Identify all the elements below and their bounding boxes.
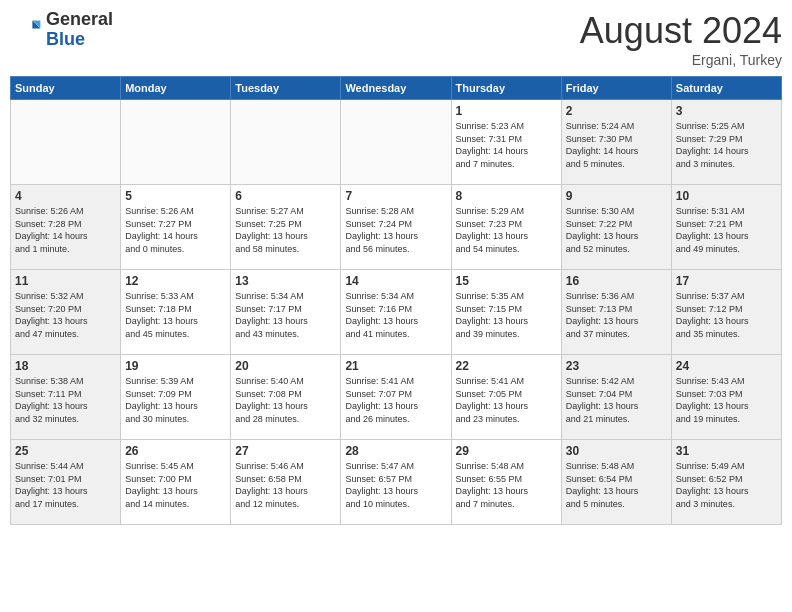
day-info: Sunrise: 5:30 AM Sunset: 7:22 PM Dayligh… — [566, 205, 667, 255]
day-number: 22 — [456, 359, 557, 373]
empty-cell — [341, 100, 451, 185]
day-cell-19: 19Sunrise: 5:39 AM Sunset: 7:09 PM Dayli… — [121, 355, 231, 440]
day-info: Sunrise: 5:39 AM Sunset: 7:09 PM Dayligh… — [125, 375, 226, 425]
day-number: 19 — [125, 359, 226, 373]
day-number: 13 — [235, 274, 336, 288]
day-cell-23: 23Sunrise: 5:42 AM Sunset: 7:04 PM Dayli… — [561, 355, 671, 440]
weekday-header-row: SundayMondayTuesdayWednesdayThursdayFrid… — [11, 77, 782, 100]
empty-cell — [121, 100, 231, 185]
day-info: Sunrise: 5:42 AM Sunset: 7:04 PM Dayligh… — [566, 375, 667, 425]
day-info: Sunrise: 5:25 AM Sunset: 7:29 PM Dayligh… — [676, 120, 777, 170]
day-number: 24 — [676, 359, 777, 373]
day-number: 8 — [456, 189, 557, 203]
day-info: Sunrise: 5:41 AM Sunset: 7:05 PM Dayligh… — [456, 375, 557, 425]
day-cell-30: 30Sunrise: 5:48 AM Sunset: 6:54 PM Dayli… — [561, 440, 671, 525]
day-cell-31: 31Sunrise: 5:49 AM Sunset: 6:52 PM Dayli… — [671, 440, 781, 525]
location: Ergani, Turkey — [580, 52, 782, 68]
day-info: Sunrise: 5:44 AM Sunset: 7:01 PM Dayligh… — [15, 460, 116, 510]
day-number: 18 — [15, 359, 116, 373]
week-row-5: 25Sunrise: 5:44 AM Sunset: 7:01 PM Dayli… — [11, 440, 782, 525]
week-row-3: 11Sunrise: 5:32 AM Sunset: 7:20 PM Dayli… — [11, 270, 782, 355]
day-number: 28 — [345, 444, 446, 458]
logo-text: General Blue — [46, 10, 113, 50]
day-number: 2 — [566, 104, 667, 118]
day-number: 7 — [345, 189, 446, 203]
day-number: 26 — [125, 444, 226, 458]
day-info: Sunrise: 5:26 AM Sunset: 7:27 PM Dayligh… — [125, 205, 226, 255]
day-cell-14: 14Sunrise: 5:34 AM Sunset: 7:16 PM Dayli… — [341, 270, 451, 355]
weekday-header-tuesday: Tuesday — [231, 77, 341, 100]
day-number: 31 — [676, 444, 777, 458]
day-number: 4 — [15, 189, 116, 203]
calendar-table: SundayMondayTuesdayWednesdayThursdayFrid… — [10, 76, 782, 525]
logo: General Blue — [10, 10, 113, 50]
day-cell-10: 10Sunrise: 5:31 AM Sunset: 7:21 PM Dayli… — [671, 185, 781, 270]
day-cell-8: 8Sunrise: 5:29 AM Sunset: 7:23 PM Daylig… — [451, 185, 561, 270]
day-cell-17: 17Sunrise: 5:37 AM Sunset: 7:12 PM Dayli… — [671, 270, 781, 355]
month-year: August 2024 — [580, 10, 782, 52]
day-cell-29: 29Sunrise: 5:48 AM Sunset: 6:55 PM Dayli… — [451, 440, 561, 525]
day-info: Sunrise: 5:34 AM Sunset: 7:17 PM Dayligh… — [235, 290, 336, 340]
day-info: Sunrise: 5:26 AM Sunset: 7:28 PM Dayligh… — [15, 205, 116, 255]
day-number: 1 — [456, 104, 557, 118]
day-cell-18: 18Sunrise: 5:38 AM Sunset: 7:11 PM Dayli… — [11, 355, 121, 440]
day-cell-26: 26Sunrise: 5:45 AM Sunset: 7:00 PM Dayli… — [121, 440, 231, 525]
day-cell-12: 12Sunrise: 5:33 AM Sunset: 7:18 PM Dayli… — [121, 270, 231, 355]
day-number: 12 — [125, 274, 226, 288]
day-info: Sunrise: 5:40 AM Sunset: 7:08 PM Dayligh… — [235, 375, 336, 425]
weekday-header-thursday: Thursday — [451, 77, 561, 100]
day-number: 16 — [566, 274, 667, 288]
week-row-2: 4Sunrise: 5:26 AM Sunset: 7:28 PM Daylig… — [11, 185, 782, 270]
day-info: Sunrise: 5:46 AM Sunset: 6:58 PM Dayligh… — [235, 460, 336, 510]
day-cell-9: 9Sunrise: 5:30 AM Sunset: 7:22 PM Daylig… — [561, 185, 671, 270]
day-cell-7: 7Sunrise: 5:28 AM Sunset: 7:24 PM Daylig… — [341, 185, 451, 270]
weekday-header-monday: Monday — [121, 77, 231, 100]
day-cell-27: 27Sunrise: 5:46 AM Sunset: 6:58 PM Dayli… — [231, 440, 341, 525]
week-row-4: 18Sunrise: 5:38 AM Sunset: 7:11 PM Dayli… — [11, 355, 782, 440]
day-cell-15: 15Sunrise: 5:35 AM Sunset: 7:15 PM Dayli… — [451, 270, 561, 355]
day-cell-6: 6Sunrise: 5:27 AM Sunset: 7:25 PM Daylig… — [231, 185, 341, 270]
day-info: Sunrise: 5:48 AM Sunset: 6:54 PM Dayligh… — [566, 460, 667, 510]
day-cell-4: 4Sunrise: 5:26 AM Sunset: 7:28 PM Daylig… — [11, 185, 121, 270]
day-cell-24: 24Sunrise: 5:43 AM Sunset: 7:03 PM Dayli… — [671, 355, 781, 440]
day-info: Sunrise: 5:37 AM Sunset: 7:12 PM Dayligh… — [676, 290, 777, 340]
day-info: Sunrise: 5:34 AM Sunset: 7:16 PM Dayligh… — [345, 290, 446, 340]
day-info: Sunrise: 5:36 AM Sunset: 7:13 PM Dayligh… — [566, 290, 667, 340]
title-block: August 2024 Ergani, Turkey — [580, 10, 782, 68]
day-cell-3: 3Sunrise: 5:25 AM Sunset: 7:29 PM Daylig… — [671, 100, 781, 185]
day-number: 29 — [456, 444, 557, 458]
weekday-header-wednesday: Wednesday — [341, 77, 451, 100]
page-header: General Blue August 2024 Ergani, Turkey — [10, 10, 782, 68]
day-number: 9 — [566, 189, 667, 203]
day-info: Sunrise: 5:33 AM Sunset: 7:18 PM Dayligh… — [125, 290, 226, 340]
day-info: Sunrise: 5:28 AM Sunset: 7:24 PM Dayligh… — [345, 205, 446, 255]
day-number: 3 — [676, 104, 777, 118]
weekday-header-friday: Friday — [561, 77, 671, 100]
day-info: Sunrise: 5:47 AM Sunset: 6:57 PM Dayligh… — [345, 460, 446, 510]
day-cell-13: 13Sunrise: 5:34 AM Sunset: 7:17 PM Dayli… — [231, 270, 341, 355]
day-info: Sunrise: 5:35 AM Sunset: 7:15 PM Dayligh… — [456, 290, 557, 340]
day-cell-28: 28Sunrise: 5:47 AM Sunset: 6:57 PM Dayli… — [341, 440, 451, 525]
day-number: 5 — [125, 189, 226, 203]
day-number: 15 — [456, 274, 557, 288]
day-number: 20 — [235, 359, 336, 373]
day-cell-22: 22Sunrise: 5:41 AM Sunset: 7:05 PM Dayli… — [451, 355, 561, 440]
day-info: Sunrise: 5:24 AM Sunset: 7:30 PM Dayligh… — [566, 120, 667, 170]
day-number: 21 — [345, 359, 446, 373]
week-row-1: 1Sunrise: 5:23 AM Sunset: 7:31 PM Daylig… — [11, 100, 782, 185]
day-info: Sunrise: 5:27 AM Sunset: 7:25 PM Dayligh… — [235, 205, 336, 255]
day-cell-11: 11Sunrise: 5:32 AM Sunset: 7:20 PM Dayli… — [11, 270, 121, 355]
day-info: Sunrise: 5:29 AM Sunset: 7:23 PM Dayligh… — [456, 205, 557, 255]
day-cell-16: 16Sunrise: 5:36 AM Sunset: 7:13 PM Dayli… — [561, 270, 671, 355]
day-cell-2: 2Sunrise: 5:24 AM Sunset: 7:30 PM Daylig… — [561, 100, 671, 185]
day-number: 27 — [235, 444, 336, 458]
day-number: 25 — [15, 444, 116, 458]
day-info: Sunrise: 5:45 AM Sunset: 7:00 PM Dayligh… — [125, 460, 226, 510]
day-number: 14 — [345, 274, 446, 288]
empty-cell — [11, 100, 121, 185]
day-info: Sunrise: 5:43 AM Sunset: 7:03 PM Dayligh… — [676, 375, 777, 425]
logo-general: General — [46, 10, 113, 30]
weekday-header-saturday: Saturday — [671, 77, 781, 100]
day-number: 23 — [566, 359, 667, 373]
day-info: Sunrise: 5:41 AM Sunset: 7:07 PM Dayligh… — [345, 375, 446, 425]
